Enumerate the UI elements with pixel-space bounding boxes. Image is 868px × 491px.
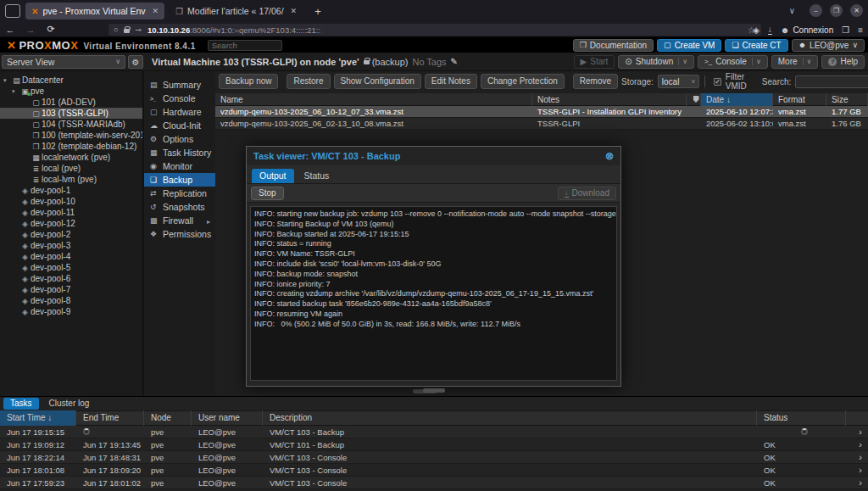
- user-menu-button[interactable]: ☻LEO@pve∨: [792, 39, 865, 52]
- backup-now-button[interactable]: Backup now: [219, 74, 278, 89]
- close-icon[interactable]: ⊗: [605, 150, 614, 162]
- open-task-chevron-icon[interactable]: ›: [846, 439, 868, 449]
- nav-item[interactable]: Task History: [144, 146, 215, 159]
- edit-tags-icon[interactable]: ✎: [451, 57, 458, 66]
- tree-item[interactable]: pve: [0, 86, 142, 97]
- browser-tab-article[interactable]: ❒ Modifier l'article « 17/06/ ✕: [170, 3, 303, 20]
- column-header-protected[interactable]: [687, 93, 701, 106]
- nav-item[interactable]: Replication: [144, 187, 215, 200]
- edit-notes-button[interactable]: Edit Notes: [425, 74, 477, 89]
- expander-icon[interactable]: [12, 88, 19, 95]
- tree-item[interactable]: dev-pool-5: [0, 262, 142, 273]
- global-search-input[interactable]: [208, 40, 282, 51]
- column-header-start-time[interactable]: Start Time ↓: [0, 410, 76, 426]
- nav-item[interactable]: Cloud-Init: [144, 119, 215, 132]
- table-row[interactable]: vzdump-qemu-103-2025_06_10-12_07_33.vma.…: [215, 106, 868, 118]
- tree-item[interactable]: dev-pool-4: [0, 251, 142, 262]
- tree-item[interactable]: local-lvm (pve): [0, 174, 142, 185]
- tree-item[interactable]: dev-pool-7: [0, 284, 142, 295]
- new-tab-button[interactable]: +: [309, 5, 326, 18]
- column-header-size[interactable]: Size: [826, 93, 868, 106]
- column-header-date[interactable]: Date ↓: [701, 93, 773, 106]
- column-header-name[interactable]: Name: [215, 93, 532, 106]
- backup-search-input[interactable]: [795, 75, 868, 88]
- console-button[interactable]: >_Console∨: [698, 55, 768, 69]
- url-bar[interactable]: ○ ⊸ 10.10.10.26 :8006/#v1:0:=qemu%2F103:…: [108, 24, 761, 36]
- column-header-end-time[interactable]: End Time: [76, 410, 144, 426]
- nav-item[interactable]: Options: [144, 132, 215, 146]
- show-configuration-button[interactable]: Show Configuration: [334, 74, 421, 89]
- nav-item[interactable]: Summary: [144, 78, 215, 92]
- gear-icon[interactable]: ⚙: [128, 55, 143, 69]
- tree-item[interactable]: dev-pool-3: [0, 240, 142, 251]
- column-header-node[interactable]: Node: [144, 410, 192, 426]
- nav-item[interactable]: Monitor: [144, 159, 215, 173]
- tree-item[interactable]: local (pve): [0, 163, 142, 174]
- tree-item[interactable]: dev-pool-9: [0, 306, 142, 317]
- table-row[interactable]: vzdump-qemu-103-2025_06_02-13_10_08.vma.…: [215, 118, 868, 130]
- nav-item[interactable]: Firewall: [144, 214, 215, 227]
- tree-item[interactable]: 104 (TSSR-MARIAdb): [0, 119, 142, 130]
- chevron-down-icon[interactable]: ∨: [803, 58, 812, 65]
- task-row[interactable]: Jun 17 19:15:15 pve LEO@pve VM/CT 103 - …: [0, 426, 868, 438]
- tree-item[interactable]: 102 (template-debian-12): [0, 141, 142, 152]
- expander-icon[interactable]: [3, 77, 11, 84]
- storage-select[interactable]: local∨: [658, 75, 700, 88]
- key-icon[interactable]: ⊸: [135, 25, 142, 34]
- task-row[interactable]: Jun 17 18:01:08 Jun 17 18:09:20 pve LEO@…: [0, 464, 868, 477]
- extensions-icon[interactable]: ❒: [842, 25, 849, 35]
- tree-item[interactable]: localnetwork (pve): [0, 152, 142, 163]
- tree-item[interactable]: 100 (template-win-serv-2016): [0, 130, 142, 141]
- resize-grip[interactable]: [423, 388, 445, 393]
- nav-item[interactable]: Snapshots: [144, 200, 215, 214]
- back-button[interactable]: ←: [0, 25, 20, 35]
- tree-item[interactable]: dev-pool-8: [0, 295, 142, 306]
- column-header-user[interactable]: User name: [192, 410, 263, 426]
- stop-button[interactable]: Stop: [251, 187, 284, 200]
- tree-item[interactable]: dev-pool-12: [0, 218, 142, 229]
- column-header-format[interactable]: Format: [773, 93, 826, 106]
- shutdown-button[interactable]: ⊙Shutdown∨: [618, 55, 694, 69]
- restore-button[interactable]: ❐: [830, 4, 843, 17]
- nav-item[interactable]: Permissions: [144, 227, 215, 241]
- open-task-chevron-icon[interactable]: ›: [846, 465, 868, 475]
- reload-button[interactable]: ⟳: [41, 24, 61, 35]
- create-ct-button[interactable]: ❑Create CT: [725, 39, 787, 52]
- column-header-description[interactable]: Description: [263, 410, 757, 426]
- column-header-notes[interactable]: Notes: [532, 93, 687, 106]
- remove-button[interactable]: Remove: [573, 74, 618, 89]
- forward-button[interactable]: →: [20, 25, 41, 35]
- documentation-button[interactable]: ❒Documentation: [573, 39, 654, 52]
- download-button[interactable]: ↓Download: [558, 187, 616, 200]
- tab-output[interactable]: Output: [252, 169, 294, 183]
- shield-icon[interactable]: ◈: [753, 25, 760, 35]
- tree-item[interactable]: Datacenter: [0, 75, 142, 86]
- tree-item[interactable]: dev-pool-2: [0, 229, 142, 240]
- change-protection-button[interactable]: Change Protection: [481, 74, 565, 89]
- browser-tab-pve[interactable]: ✕ pve - Proxmox Virtual Env ✕: [25, 3, 164, 20]
- chevron-down-icon[interactable]: ∨: [678, 58, 687, 65]
- open-task-chevron-icon[interactable]: ›: [846, 477, 868, 488]
- download-icon[interactable]: ↓: [768, 25, 772, 35]
- task-log-output[interactable]: INFO: starting new backup job: vzdump 10…: [250, 206, 617, 381]
- help-button[interactable]: ?Help: [821, 55, 865, 69]
- task-row[interactable]: Jun 17 19:09:12 Jun 17 19:13:45 pve LEO@…: [0, 438, 868, 451]
- account-button[interactable]: ☻ Connexion: [781, 25, 833, 35]
- tab-tasks[interactable]: Tasks: [3, 398, 39, 410]
- tree-item[interactable]: dev-pool-6: [0, 273, 142, 284]
- tab-close-icon[interactable]: ✕: [153, 7, 159, 15]
- open-task-chevron-icon[interactable]: ›: [846, 452, 868, 462]
- more-button[interactable]: More∨: [771, 55, 819, 69]
- minimize-button[interactable]: –: [810, 4, 822, 17]
- tree-item[interactable]: dev-pool-1: [0, 185, 142, 196]
- tab-cluster-log[interactable]: Cluster log: [42, 398, 97, 410]
- start-button[interactable]: ▶Start: [574, 55, 615, 69]
- nav-item[interactable]: Hardware: [144, 105, 215, 119]
- close-button[interactable]: ✕: [850, 4, 863, 17]
- view-selector[interactable]: Server View ∨: [2, 55, 125, 69]
- restore-button[interactable]: Restore: [287, 74, 330, 89]
- nav-item[interactable]: Console: [144, 92, 215, 105]
- tab-status[interactable]: Status: [297, 169, 337, 183]
- create-vm-button[interactable]: ▢Create VM: [657, 39, 721, 52]
- tab-close-icon[interactable]: ✕: [291, 7, 298, 15]
